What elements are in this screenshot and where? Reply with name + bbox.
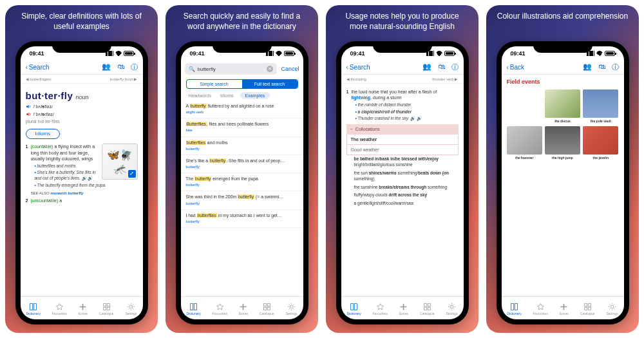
filter-headwords[interactable]: Headwords — [186, 92, 214, 99]
definition: the loud noise that you hear after a fla… — [351, 89, 458, 122]
tab-dictionary[interactable]: Dictionary — [346, 303, 361, 315]
example: a clap/crash/roll of thunder — [355, 109, 458, 115]
svg-rect-4 — [103, 307, 106, 310]
search-input[interactable]: 🔍butterfly✕ — [185, 63, 278, 75]
search-result[interactable]: I had butterflies in my stomach as I wen… — [181, 210, 303, 228]
prev-entry[interactable]: ◀ butterfingers — [26, 77, 52, 81]
gallery-item[interactable]: the discus — [545, 89, 580, 124]
tab-favourites[interactable]: Favourites — [52, 303, 67, 315]
caption: Search quickly and easily to find a word… — [166, 5, 318, 39]
phone-frame: 09:41 ‹Search 👥 🛍 ⓘ ◀ butterfingers butt… — [15, 41, 148, 324]
cross-ref-link[interactable]: lightning — [351, 95, 370, 100]
back-button[interactable]: ‹Back — [507, 64, 525, 71]
battery-icon — [124, 51, 134, 56]
tab-dictionary[interactable]: Dictionary — [26, 303, 40, 315]
svg-rect-18 — [424, 307, 426, 310]
info-icon[interactable]: ⓘ — [131, 62, 138, 72]
gallery-title: Field events — [507, 78, 619, 86]
collocation-item: the sunshine breaks/streams through some… — [346, 183, 459, 192]
illustration[interactable]: 🦋🪰🦟⤢ — [102, 144, 138, 180]
collocation-item: fluffy/wispy clouds drift across the sky — [346, 191, 459, 200]
screenshot-3: Usage notes help you to produce more nat… — [326, 5, 478, 333]
svg-rect-3 — [107, 303, 109, 306]
tab-settings[interactable]: Settings — [125, 303, 137, 315]
pron-us[interactable]: /ˈbʌtərflaɪ/ — [26, 111, 138, 117]
tab-catalogue[interactable]: Catalogue — [99, 303, 114, 315]
tab-dictionary[interactable]: Dictionary — [507, 303, 521, 315]
tab-extras[interactable]: Extras — [399, 303, 408, 315]
pron-uk[interactable]: /ˈbʌtəflaɪ/ — [26, 104, 138, 109]
results-list: A butterfly fluttered by and alighted on… — [181, 100, 303, 296]
tab-extras[interactable]: Extras — [560, 303, 569, 315]
tab-favourites[interactable]: Favourites — [213, 303, 227, 315]
image-grid: the discusthe pole vaultthe hammerthe hi… — [507, 89, 619, 160]
caption: Usage notes help you to produce more nat… — [326, 5, 478, 39]
tab-catalogue[interactable]: Catalogue — [260, 303, 274, 315]
search-result[interactable]: She was third in the 200m butterfly (= a… — [181, 191, 303, 209]
svg-rect-11 — [263, 307, 266, 310]
clear-icon[interactable]: ✕ — [267, 66, 273, 72]
collocation-item: be bathed in/bask in/be blessed with/enj… — [346, 155, 459, 169]
idioms-button[interactable]: Idioms — [26, 129, 61, 140]
gallery-item[interactable]: the hammer — [507, 126, 542, 160]
svg-rect-21 — [511, 303, 514, 310]
search-result[interactable]: She's like a butterfly. She flits in and… — [181, 155, 303, 173]
silhouette-icon[interactable]: 👥 — [102, 62, 111, 72]
example: the rumble of distant thunder — [355, 102, 458, 108]
tab-catalogue[interactable]: Catalogue — [580, 303, 595, 315]
svg-rect-22 — [515, 303, 517, 310]
prev-entry[interactable]: ◀ thumping — [346, 77, 366, 81]
back-button[interactable]: ‹Search — [346, 64, 370, 71]
next-entry[interactable]: thunder verb ▶ — [432, 77, 458, 81]
svg-rect-9 — [263, 303, 266, 306]
back-button[interactable]: ‹Search — [26, 64, 50, 71]
search-result[interactable]: A butterfly fluttered by and alighted on… — [181, 100, 303, 118]
search-mode-segment[interactable]: Simple search Full text search — [186, 79, 298, 89]
tab-settings[interactable]: Settings — [446, 303, 457, 315]
simple-search: Simple search — [187, 80, 242, 88]
svg-rect-23 — [584, 303, 587, 306]
collocation-item: the sun shines/warms something/beats dow… — [346, 169, 459, 183]
full-text-search: Full text search — [242, 80, 298, 88]
wifi-icon — [115, 51, 122, 56]
filter-examples[interactable]: Examples — [240, 92, 270, 99]
tab-bar: DictionaryFavouritesExtrasCatalogueSetti… — [21, 296, 143, 319]
tab-extras[interactable]: Extras — [79, 303, 88, 315]
speaker-icon — [26, 104, 32, 109]
screenshot-2: Search quickly and easily to find a word… — [166, 5, 318, 333]
tab-catalogue[interactable]: Catalogue — [420, 303, 435, 315]
gallery-item[interactable]: the high jump — [545, 126, 580, 160]
tab-favourites[interactable]: Favourites — [373, 303, 388, 315]
sense-text: 🦋🪰🦟⤢ (countable) a flying insect with a … — [30, 144, 137, 195]
example: The butterfly emerged from the pupa. — [34, 183, 137, 189]
tab-dictionary[interactable]: Dictionary — [186, 303, 200, 315]
search-result[interactable]: butterflies and mothsbutterfly — [181, 137, 303, 155]
svg-rect-2 — [103, 303, 106, 306]
tab-favourites[interactable]: Favourites — [533, 303, 548, 315]
svg-rect-25 — [584, 307, 587, 310]
cart-icon[interactable]: 🛍 — [117, 62, 124, 72]
speaker-icon — [26, 111, 32, 117]
screenshot-4: Colour illustrations aid comprehension 0… — [486, 5, 639, 333]
gallery-item[interactable]: the javelin — [583, 126, 618, 160]
svg-rect-12 — [267, 307, 270, 310]
see-also: SEE ALSO monarch butterfly — [30, 191, 137, 196]
filter-idioms[interactable]: Idioms — [218, 92, 236, 99]
see-also-link[interactable]: monarch butterfly — [50, 191, 83, 195]
search-result[interactable]: Butterflies, flies and bees pollinate fl… — [181, 118, 303, 136]
entry-pager: ◀ butterfingers butterfly bush ▶ — [21, 75, 143, 84]
next-entry[interactable]: butterfly bush ▶ — [110, 77, 138, 81]
search-result[interactable]: The butterfly emerged from the pupabutte… — [181, 173, 303, 191]
cancel-button[interactable]: Cancel — [281, 66, 299, 72]
svg-rect-7 — [191, 303, 193, 310]
tab-extras[interactable]: Extras — [239, 303, 248, 315]
collocations-header[interactable]: −Collocations — [346, 124, 459, 134]
svg-rect-19 — [428, 307, 430, 310]
svg-point-27 — [611, 305, 614, 308]
gallery-item[interactable]: the pole vault — [583, 89, 618, 124]
svg-rect-17 — [428, 303, 430, 306]
screenshot-1: Simple, clear definitions with lots of u… — [5, 5, 158, 333]
tab-settings[interactable]: Settings — [285, 303, 297, 315]
svg-rect-8 — [194, 303, 196, 310]
tab-settings[interactable]: Settings — [606, 303, 618, 315]
